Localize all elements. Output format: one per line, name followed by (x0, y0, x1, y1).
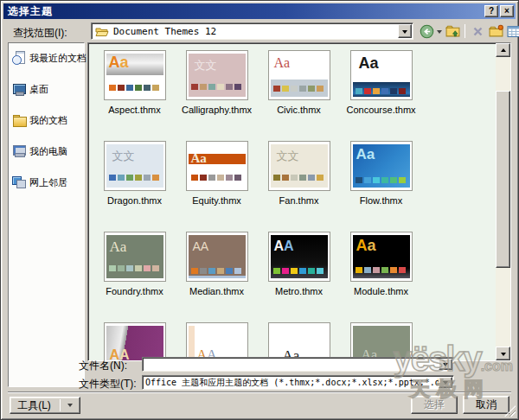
file-item[interactable]: AaModule.thmx (340, 232, 422, 322)
sidebar-item[interactable]: 桌面 (9, 80, 84, 99)
back-icon[interactable] (419, 23, 434, 39)
my-documents-icon (12, 113, 26, 127)
sidebar-item-label: 桌面 (29, 83, 48, 96)
file-type-combobox[interactable]: Office 主题和应用主题的文档 (*.thmx;*.docx;*.xlsx;… (142, 375, 454, 390)
file-item[interactable]: AA (93, 322, 176, 361)
vertical-scrollbar[interactable] (496, 43, 510, 360)
sidebar-item-label: 我的文档 (29, 114, 67, 127)
file-item[interactable]: AA (176, 322, 258, 361)
theme-caption: Flow.thmx (360, 195, 403, 206)
recent-documents-icon (12, 51, 26, 65)
dialog-title: 选择主题 (8, 4, 53, 19)
cancel-button[interactable]: 取消 (463, 396, 509, 414)
file-name-label: 文件名(N): (79, 359, 127, 373)
views-icon[interactable] (506, 23, 519, 39)
theme-color-swatches (273, 86, 324, 92)
tools-dropdown-arrow[interactable] (67, 404, 73, 410)
theme-caption: Metro.thmx (275, 286, 323, 296)
file-type-value: Office 主题和应用主题的文档 (*.thmx;*.docx;*.xlsx;… (145, 377, 454, 389)
theme-caption: Median.thmx (189, 286, 244, 296)
look-in-value: Document Themes 12 (113, 26, 216, 37)
sidebar-item-label: 网上邻居 (29, 176, 67, 189)
theme-thumbnail: Aa (268, 322, 330, 361)
file-item[interactable]: 文文Dragon.thmx (93, 141, 176, 232)
file-item[interactable]: 文文Calligraphy.thmx (176, 50, 258, 141)
sidebar-item[interactable]: 网上邻居 (9, 173, 84, 192)
theme-color-swatches (273, 175, 324, 181)
sidebar-item-label: 我的电脑 (29, 145, 67, 158)
separator-line (8, 391, 511, 393)
tools-button-label: 工具(L) (17, 398, 51, 413)
theme-caption: Civic.thmx (277, 105, 321, 115)
theme-thumbnail: AA (186, 232, 248, 282)
look-in-dropdown-arrow[interactable] (398, 24, 412, 38)
file-item[interactable]: AaAspect.thmx (93, 50, 176, 141)
file-item[interactable]: AaCivic.thmx (258, 50, 340, 141)
file-name-combobox[interactable] (142, 357, 454, 372)
theme-thumbnail: Aa (104, 50, 166, 100)
file-item[interactable]: AAMedian.thmx (176, 232, 258, 322)
theme-thumbnail: Aa (350, 50, 413, 100)
theme-thumbnail: Aa (268, 50, 330, 100)
tools-button[interactable]: 工具(L) (10, 397, 80, 414)
sidebar-item[interactable]: 我的文档 (9, 111, 84, 130)
look-in-combobox[interactable]: Document Themes 12 (91, 22, 413, 40)
file-item[interactable]: Aa (258, 322, 340, 361)
help-button[interactable]: ? (484, 5, 498, 17)
sidebar-item[interactable]: 我的电脑 (9, 142, 84, 161)
file-list: AaAspect.thmx文文Calligraphy.thmxAaCivic.t… (87, 42, 511, 361)
desktop-icon (12, 82, 26, 96)
file-name-dropdown-arrow[interactable] (439, 359, 452, 370)
network-places-icon (12, 175, 26, 189)
file-item[interactable]: AaConcourse.thmx (340, 50, 422, 141)
theme-color-swatches (109, 175, 159, 181)
file-grid: AaAspect.thmx文文Calligraphy.thmxAaCivic.t… (90, 45, 480, 361)
theme-thumbnail: AA (186, 322, 248, 361)
file-item[interactable]: AaEquity.thmx (176, 141, 258, 232)
scrollbar-thumb[interactable] (496, 91, 510, 268)
theme-thumbnail: 文文 (104, 141, 166, 191)
theme-thumbnail: AA (104, 322, 166, 361)
toolbar-separator (465, 24, 465, 38)
back-dropdown-arrow[interactable] (437, 30, 442, 36)
close-button[interactable]: × (500, 5, 514, 17)
file-item[interactable]: AaFoundry.thmx (93, 232, 176, 322)
file-item[interactable]: 文文Fan.thmx (258, 141, 340, 232)
theme-caption: Concourse.thmx (346, 105, 415, 115)
theme-thumbnail: Aa (350, 232, 413, 282)
select-button[interactable]: 选择 (411, 396, 458, 414)
places-bar: 我最近的文档桌面我的文档我的电脑网上邻居 (8, 42, 85, 387)
file-type-dropdown-arrow[interactable] (439, 377, 452, 388)
theme-color-swatches (356, 88, 406, 94)
scroll-down-button[interactable] (496, 347, 510, 360)
theme-thumbnail: Aa (104, 232, 166, 282)
theme-color-swatches (109, 265, 159, 271)
look-in-label: 查找范围(I): (13, 26, 67, 41)
theme-color-swatches (109, 85, 159, 91)
theme-caption: Fan.thmx (279, 195, 319, 206)
theme-thumbnail: 文文 (268, 141, 330, 191)
theme-color-swatches (191, 268, 241, 274)
file-item[interactable]: AaFlow.thmx (340, 141, 422, 232)
file-item[interactable]: AAMetro.thmx (258, 232, 340, 322)
theme-caption: Equity.thmx (192, 195, 241, 206)
tools-split-divider (60, 399, 61, 411)
delete-icon[interactable] (470, 23, 485, 39)
file-item[interactable]: Aa (340, 322, 422, 361)
theme-caption: Calligraphy.thmx (182, 105, 252, 115)
up-one-level-icon[interactable] (445, 23, 460, 39)
dialog-toolbar (419, 22, 519, 40)
theme-caption: Aspect.thmx (108, 105, 161, 115)
theme-thumbnail: AA (268, 232, 330, 282)
scroll-up-button[interactable] (496, 43, 510, 57)
theme-color-swatches (356, 177, 406, 183)
theme-color-swatches (356, 267, 406, 273)
select-theme-dialog: 选择主题 ? × 查找范围(I): Document Themes 12 (0, 0, 519, 420)
sidebar-item[interactable]: 我最近的文档 (9, 48, 84, 67)
theme-thumbnail: 文文 (186, 50, 248, 100)
theme-thumbnail: Aa (186, 141, 248, 191)
open-folder-icon (95, 26, 109, 37)
new-folder-icon[interactable] (488, 23, 503, 39)
file-type-label: 文件类型(T): (79, 377, 137, 391)
sidebar-item-label: 我最近的文档 (29, 52, 86, 65)
